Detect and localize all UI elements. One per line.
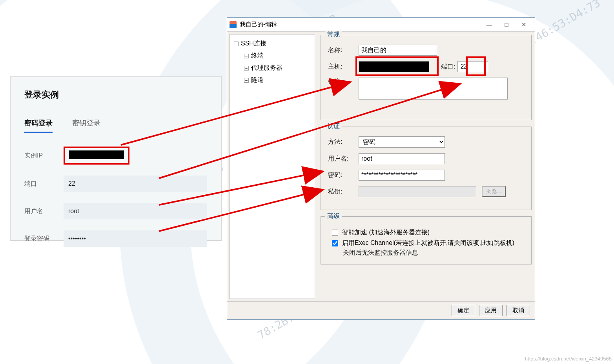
- dialog-title: 我自己的-编辑: [240, 21, 277, 28]
- pass-input[interactable]: ••••••••: [64, 230, 207, 247]
- tree-toggle-icon[interactable]: −: [234, 42, 239, 46]
- close-button[interactable]: ✕: [515, 19, 532, 31]
- maximize-button[interactable]: □: [498, 19, 515, 31]
- redbox-instance-ip: [64, 147, 129, 165]
- row-instance-ip: 实例IP: [24, 147, 207, 165]
- auth-user-input[interactable]: [359, 153, 445, 164]
- right-pane: 常规 名称: 主机: 端口: 备注:: [317, 32, 535, 301]
- group-general: 常规 名称: 主机: 端口: 备注:: [321, 35, 532, 120]
- user-input[interactable]: root: [64, 203, 207, 219]
- group-auth: 认证 方法: 密码 用户名: 密码: 私钥:: [321, 127, 532, 210]
- apply-button[interactable]: 应用: [479, 305, 503, 316]
- name-input[interactable]: [359, 45, 437, 56]
- auth-pass-input[interactable]: [359, 170, 445, 181]
- label-user: 用户名:: [328, 155, 359, 163]
- tree-tunnel-label: 隧道: [251, 76, 264, 84]
- label-port: 端口: [24, 180, 64, 188]
- smart-accel-label: 智能加速 (加速海外服务器连接): [342, 228, 430, 237]
- label-port: 端口:: [441, 63, 455, 71]
- label-user: 用户名: [24, 207, 64, 216]
- advanced-info: 关闭后无法监控服务器信息: [343, 249, 524, 257]
- tab-key-login[interactable]: 密钥登录: [72, 118, 100, 133]
- group-advanced: 高级 智能加速 (加速海外服务器连接) 启用Exec Channel(若连接上就…: [321, 216, 532, 264]
- tree-proxy-label: 代理服务器: [251, 64, 282, 72]
- exec-channel-checkbox[interactable]: [332, 240, 338, 246]
- legend-auth: 认证: [325, 122, 342, 130]
- port-input[interactable]: [457, 61, 488, 72]
- tab-password-login[interactable]: 密码登录: [24, 118, 53, 133]
- tree-toggle-icon[interactable]: −: [244, 78, 249, 83]
- label-host: 主机:: [328, 63, 359, 71]
- host-input[interactable]: [359, 61, 429, 72]
- port-input[interactable]: 22: [64, 176, 207, 192]
- dialog-titlebar: 我自己的-编辑 — □ ✕: [227, 18, 535, 32]
- note-input[interactable]: [359, 78, 508, 100]
- label-name: 名称:: [328, 46, 359, 54]
- tree-pane: − SSH连接 − 终端 − 代理服务器 − 隧道: [230, 34, 315, 299]
- tree-terminal-label: 终端: [251, 52, 264, 60]
- login-tabs: 密码登录 密钥登录: [24, 118, 207, 133]
- browse-button: 浏览...: [482, 186, 506, 197]
- label-note: 备注:: [328, 78, 359, 86]
- ok-button[interactable]: 确定: [452, 305, 475, 316]
- login-title: 登录实例: [24, 89, 207, 101]
- tree-terminal[interactable]: − 终端: [242, 50, 312, 62]
- privkey-input: [359, 186, 476, 197]
- blog-url: https://blog.csdn.net/weixin_42349568: [525, 356, 612, 362]
- label-method: 方法:: [328, 138, 359, 146]
- login-panel: 登录实例 密码登录 密钥登录 实例IP 端口 22 用户名 root 登录密码 …: [10, 76, 222, 241]
- legend-advanced: 高级: [325, 212, 342, 220]
- label-instance-ip: 实例IP: [24, 152, 64, 160]
- smart-accel-checkbox[interactable]: [332, 230, 338, 236]
- row-pass: 登录密码 ••••••••: [24, 230, 207, 247]
- tree-tunnel[interactable]: − 隧道: [242, 74, 312, 86]
- exec-channel-label: 启用Exec Channel(若连接上就被断开,请关闭该项,比如跳板机): [342, 239, 514, 247]
- label-pass: 密码:: [328, 171, 359, 179]
- cancel-button[interactable]: 取消: [507, 305, 530, 316]
- label-privkey: 私钥:: [328, 188, 359, 196]
- tree-toggle-icon[interactable]: −: [244, 54, 249, 58]
- row-user: 用户名 root: [24, 203, 207, 219]
- dialog-footer: 确定 应用 取消: [227, 301, 535, 319]
- tree-ssh[interactable]: − SSH连接: [232, 38, 312, 50]
- label-pass: 登录密码: [24, 235, 64, 243]
- row-port: 端口 22: [24, 176, 207, 192]
- tree-toggle-icon[interactable]: −: [244, 66, 249, 71]
- legend-general: 常规: [325, 31, 342, 39]
- method-select[interactable]: 密码: [359, 136, 445, 148]
- tree-proxy[interactable]: − 代理服务器: [242, 62, 312, 74]
- minimize-button[interactable]: —: [481, 19, 498, 31]
- java-icon: [230, 21, 237, 28]
- tree-ssh-label: SSH连接: [241, 40, 266, 48]
- ssh-edit-dialog: 我自己的-编辑 — □ ✕ − SSH连接 − 终端 − 代理服务器 − 隧道: [227, 17, 535, 320]
- redacted-ip: [69, 150, 124, 159]
